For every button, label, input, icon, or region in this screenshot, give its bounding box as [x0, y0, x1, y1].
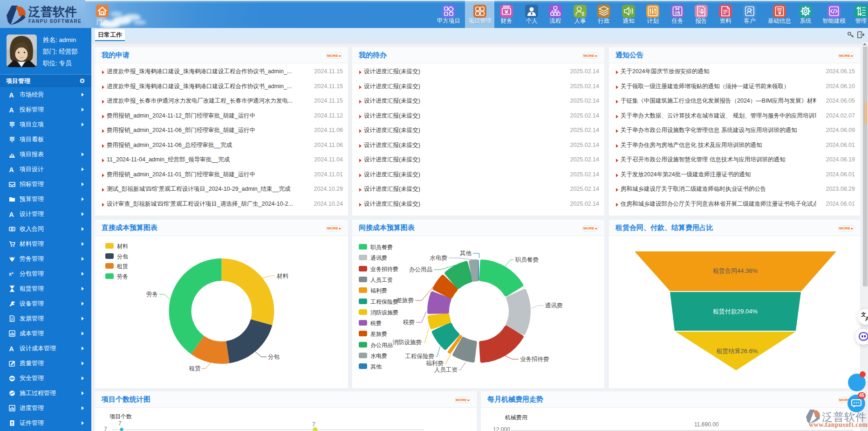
svg-text:x²: x²: [9, 271, 14, 277]
svg-text:租赁: 租赁: [189, 365, 201, 372]
svg-text:A: A: [9, 166, 14, 173]
svg-text:消防设施费: 消防设施费: [393, 339, 422, 346]
svg-text:A: A: [9, 345, 14, 352]
svg-text:人员工资: 人员工资: [434, 367, 458, 373]
svg-text:分包: 分包: [268, 354, 280, 360]
svg-text:工程保险费: 工程保险费: [405, 353, 435, 360]
svg-text:税费: 税费: [403, 319, 415, 326]
svg-text:A: A: [9, 106, 14, 113]
svg-text:A: A: [865, 316, 868, 322]
svg-text:A: A: [9, 211, 14, 217]
svg-text:其他: 其他: [460, 250, 472, 257]
svg-text:租赁付款29.04%: 租赁付款29.04%: [713, 308, 758, 315]
svg-text:福利费: 福利费: [426, 360, 444, 367]
svg-text:差旅费: 差旅费: [396, 297, 414, 304]
svg-text:水电费: 水电费: [430, 255, 448, 261]
svg-text:职员餐费: 职员餐费: [515, 257, 539, 263]
svg-text:材料: 材料: [276, 273, 289, 279]
svg-text:劳务: 劳务: [146, 291, 158, 298]
svg-text:A: A: [9, 91, 14, 98]
svg-text:租赁结算26.6%: 租赁结算26.6%: [717, 348, 758, 355]
svg-text:业务招待费: 业务招待费: [520, 356, 549, 362]
svg-text:租赁合同44.36%: 租赁合同44.36%: [713, 267, 758, 274]
svg-text:办公用品: 办公用品: [409, 266, 432, 273]
svg-text:通讯费: 通讯费: [545, 302, 563, 309]
